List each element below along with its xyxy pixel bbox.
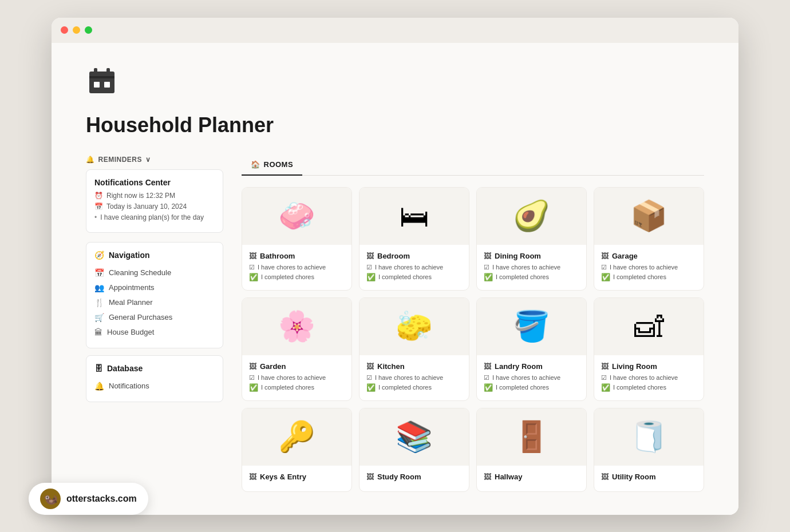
- navigation-section: 🧭 Navigation 📅 Cleaning Schedule 👥 Appoi…: [86, 242, 223, 348]
- keys-image: 🔑: [242, 408, 351, 466]
- bathroom-icon: 🖼: [249, 252, 256, 260]
- close-button[interactable]: [61, 26, 68, 34]
- keys-icon: 🖼: [249, 473, 256, 481]
- minimize-button[interactable]: [73, 26, 80, 34]
- bedroom-chore2: ✅ I completed chores: [366, 273, 462, 281]
- hallway-image: 🚪: [477, 408, 586, 466]
- living-icon: 🖼: [601, 362, 609, 371]
- reminders-label: REMINDERS: [98, 156, 143, 164]
- landry-name: 🖼 Landry Room: [484, 362, 579, 371]
- notifications-icon: 🔔: [94, 382, 104, 391]
- room-card-keys[interactable]: 🔑 🖼 Keys & Entry: [242, 408, 352, 492]
- nav-item-budget[interactable]: 🏛 House Budget: [94, 325, 215, 340]
- reminders-icon: 🔔: [86, 156, 95, 164]
- meal-icon: 🍴: [94, 298, 104, 307]
- kitchen-chore2: ✅ I completed chores: [366, 383, 462, 392]
- bedroom-image: 🛏: [360, 188, 469, 245]
- kitchen-name: 🖼 Kitchen: [366, 362, 462, 371]
- room-card-garage[interactable]: 📦 🖼 Garage ☑ I have chores to achieve: [594, 187, 704, 291]
- room-card-hallway[interactable]: 🚪 🖼 Hallway: [476, 408, 587, 492]
- kitchen-icon: 🖼: [366, 362, 374, 371]
- browser-window: Household Planner 🔔 REMINDERS ∨ Notifica…: [52, 18, 738, 515]
- garage-chore2: ✅ I completed chores: [601, 273, 697, 281]
- nav-header: 🧭 Navigation: [94, 251, 215, 260]
- nav-item-purchases[interactable]: 🛒 General Purchases: [94, 310, 215, 325]
- garden-chore2: ✅ I completed chores: [249, 383, 345, 392]
- maximize-button[interactable]: [85, 26, 92, 34]
- garden-chore1: ☑ I have chores to achieve: [249, 374, 345, 382]
- bedroom-icon: 🖼: [366, 252, 374, 260]
- brand-badge: 🦦 otterstacks.com: [29, 483, 148, 515]
- room-card-kitchen[interactable]: 🧽 🖼 Kitchen ☑ I have chores to achieve: [359, 297, 469, 401]
- page-content: Household Planner 🔔 REMINDERS ∨ Notifica…: [52, 43, 738, 515]
- notifications-box: Notifications Center ⏰ Right now is 12:3…: [86, 169, 223, 233]
- room-card-garden[interactable]: 🌸 🖼 Garden ☑ I have chores to achieve: [242, 297, 352, 401]
- room-card-dining[interactable]: 🥑 🖼 Dining Room ☑ I have chores to achie…: [476, 187, 587, 291]
- svg-rect-4: [94, 82, 100, 88]
- study-body: 🖼 Study Room: [360, 466, 469, 491]
- clock-icon: ⏰: [94, 192, 103, 200]
- hallway-icon: 🖼: [484, 473, 491, 481]
- tab-rooms[interactable]: 🏠 ROOMS: [242, 156, 302, 176]
- landry-body: 🖼 Landry Room ☑ I have chores to achieve…: [477, 355, 586, 400]
- garden-icon: 🖼: [249, 362, 256, 371]
- kitchen-image: 🧽: [360, 298, 469, 355]
- garden-image: 🌸: [242, 298, 351, 355]
- bullet-icon: •: [94, 213, 97, 221]
- room-card-landry[interactable]: 🪣 🖼 Landry Room ☑ I have chores to achie…: [476, 297, 587, 401]
- bathroom-body: 🖼 Bathroom ☑ I have chores to achieve ✅ …: [242, 245, 351, 290]
- garage-image: 📦: [594, 188, 704, 245]
- living-chore2: ✅ I completed chores: [601, 383, 697, 392]
- kitchen-body: 🖼 Kitchen ☑ I have chores to achieve ✅ I…: [360, 355, 469, 400]
- room-card-living[interactable]: 🛋 🖼 Living Room ☑ I have chores to achie…: [594, 297, 704, 401]
- nav-item-appointments[interactable]: 👥 Appointments: [94, 280, 215, 295]
- tab-bar: 🏠 ROOMS: [242, 156, 704, 176]
- rooms-grid: 🧼 🖼 Bathroom ☑ I have chores to achieve: [242, 187, 704, 492]
- dining-image: 🥑: [477, 188, 586, 245]
- brand-name: otterstacks.com: [66, 494, 137, 504]
- room-card-bedroom[interactable]: 🛏 🖼 Bedroom ☑ I have chores to achieve: [359, 187, 469, 291]
- notifications-title: Notifications Center: [94, 178, 215, 187]
- dining-body: 🖼 Dining Room ☑ I have chores to achieve…: [477, 245, 586, 290]
- nav-item-meal[interactable]: 🍴 Meal Planner: [94, 295, 215, 310]
- bedroom-body: 🖼 Bedroom ☑ I have chores to achieve ✅ I…: [360, 245, 469, 290]
- svg-rect-2: [106, 68, 110, 75]
- nav-icon: 🧭: [94, 251, 104, 260]
- living-name: 🖼 Living Room: [601, 362, 697, 371]
- main-layout: 🔔 REMINDERS ∨ Notifications Center ⏰ Rig…: [86, 156, 704, 492]
- kitchen-chore1: ☑ I have chores to achieve: [366, 374, 462, 382]
- page-title: Household Planner: [86, 113, 704, 137]
- landry-image: 🪣: [477, 298, 586, 355]
- landry-icon: 🖼: [484, 362, 491, 371]
- nav-item-notifications[interactable]: 🔔 Notifications: [94, 379, 215, 394]
- db-header: 🗄 Database: [94, 364, 215, 373]
- nav-item-cleaning[interactable]: 📅 Cleaning Schedule: [94, 265, 215, 280]
- hallway-body: 🖼 Hallway: [477, 466, 586, 491]
- garage-name: 🖼 Garage: [601, 252, 697, 260]
- study-image: 📚: [360, 408, 469, 466]
- garden-name: 🖼 Garden: [249, 362, 345, 371]
- reminders-chevron: ∨: [145, 156, 151, 164]
- living-chore1: ☑ I have chores to achieve: [601, 374, 697, 382]
- dining-icon: 🖼: [484, 252, 491, 260]
- titlebar: [52, 18, 738, 43]
- dining-name: 🖼 Dining Room: [484, 252, 579, 260]
- bathroom-chore2: ✅ I completed chores: [249, 273, 345, 281]
- notification-cleaning: • I have cleaning plan(s) for the day: [94, 213, 215, 221]
- room-card-bathroom[interactable]: 🧼 🖼 Bathroom ☑ I have chores to achieve: [242, 187, 352, 291]
- dining-chore1: ☑ I have chores to achieve: [484, 264, 579, 271]
- sidebar: 🔔 REMINDERS ∨ Notifications Center ⏰ Rig…: [86, 156, 223, 492]
- garage-chore1: ☑ I have chores to achieve: [601, 264, 697, 271]
- cleaning-icon: 📅: [94, 268, 104, 277]
- notification-time: ⏰ Right now is 12:32 PM: [94, 192, 215, 200]
- utility-body: 🖼 Utility Room: [594, 466, 704, 491]
- landry-chore1: ☑ I have chores to achieve: [484, 374, 579, 382]
- living-image: 🛋: [594, 298, 704, 355]
- room-card-utility[interactable]: 🧻 🖼 Utility Room: [594, 408, 704, 492]
- reminders-header[interactable]: 🔔 REMINDERS ∨: [86, 156, 223, 164]
- room-card-study[interactable]: 📚 🖼 Study Room: [359, 408, 469, 492]
- svg-rect-5: [104, 82, 110, 88]
- utility-name: 🖼 Utility Room: [601, 473, 697, 481]
- garage-body: 🖼 Garage ☑ I have chores to achieve ✅ I …: [594, 245, 704, 290]
- brand-avatar: 🦦: [40, 489, 61, 509]
